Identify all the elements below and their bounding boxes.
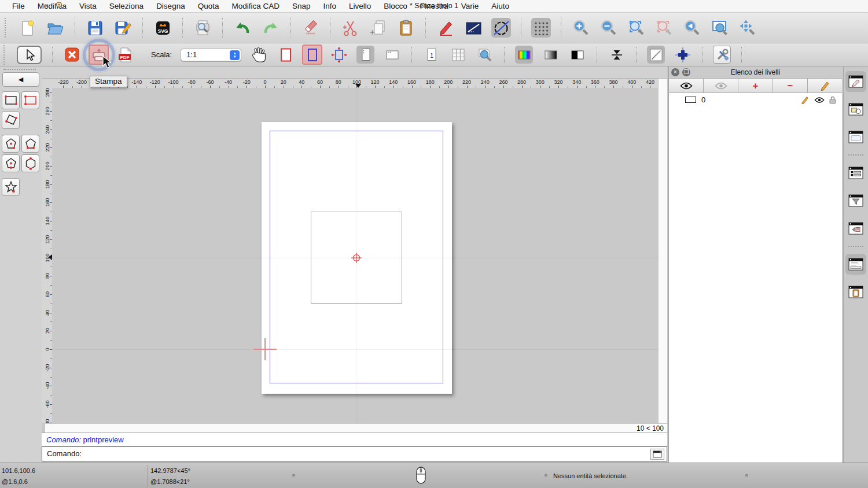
portrait-page-icon [358, 47, 374, 63]
grayscale-mode-button[interactable] [542, 46, 560, 64]
crop-marks-button[interactable] [608, 46, 626, 64]
toolbar-separator [636, 47, 637, 63]
zoom-window-button[interactable] [710, 18, 730, 38]
save-as-button[interactable] [113, 18, 133, 38]
absolute-polar-coordinates: 142.9787<45° [150, 467, 190, 474]
star-tool[interactable] [2, 178, 20, 196]
command-window-toggle-button[interactable] [650, 449, 664, 460]
remove-layer-button[interactable]: − [773, 79, 808, 93]
scale-select[interactable]: 1:1 ▲▼ [181, 49, 241, 61]
pan-hand-button[interactable] [250, 46, 268, 64]
rectangle-size-tool[interactable] [21, 91, 39, 109]
pencil-icon [820, 80, 830, 91]
selection-tool-button[interactable] [17, 46, 42, 64]
show-paper-borders-button[interactable] [303, 46, 321, 64]
open-file-button[interactable] [45, 18, 65, 38]
palette-back-button[interactable]: ◀ [2, 72, 39, 87]
block-list-panel-icon [848, 103, 863, 116]
layer-lock-icon[interactable] [829, 96, 836, 104]
polygon-two-corners-tool[interactable] [21, 135, 39, 153]
show-all-layers-button[interactable] [669, 79, 704, 93]
dock-property-editor-button[interactable] [845, 162, 866, 183]
grid-toggle-button[interactable] [531, 18, 551, 38]
zoom-to-page-button[interactable] [476, 46, 494, 64]
rectangle-two-corners-tool[interactable] [2, 91, 20, 109]
copy-button[interactable] [368, 18, 388, 38]
paste-button[interactable] [396, 18, 415, 38]
dock-clipboard-button[interactable] [845, 282, 866, 302]
new-document-button[interactable] [17, 18, 37, 38]
toolbar-drag-handle[interactable] [5, 18, 7, 38]
dock-library-browser-button[interactable] [845, 127, 866, 147]
portrait-orientation-button[interactable] [356, 46, 374, 64]
command-input[interactable]: Comando: [42, 446, 667, 461]
page-number-text: 1 [430, 51, 433, 58]
origin-axis-line [52, 349, 658, 350]
zoom-pan-button[interactable] [738, 18, 757, 38]
undo-button[interactable] [233, 18, 252, 38]
vertical-ruler: -80-60-40-200204060801001201401601802002… [42, 88, 52, 423]
palette-drag-handle[interactable] [3, 69, 36, 71]
zoom-previous-button[interactable] [682, 18, 702, 38]
line-attributes-button[interactable] [464, 18, 483, 38]
polygon-center-corner-tool[interactable] [2, 135, 20, 153]
ruler-label: 260 [495, 79, 512, 85]
dock-layer-list-button[interactable] [845, 71, 866, 92]
landscape-orientation-button[interactable] [383, 46, 401, 64]
stepper-icon[interactable]: ▲▼ [230, 50, 240, 60]
draft-mode-button[interactable] [491, 18, 511, 38]
drawing-borders-button[interactable] [277, 46, 295, 64]
layer-row[interactable]: 0 [669, 93, 842, 106]
zoom-out-button[interactable] [599, 18, 619, 38]
vertical-scrollbar[interactable] [658, 79, 667, 423]
horizontal-scrollbar[interactable]: 10 < 100 [45, 423, 667, 432]
dock-block-list-button[interactable] [845, 99, 866, 120]
developer-tools-button[interactable] [713, 46, 731, 64]
ruler-label: 160 [403, 79, 421, 85]
line-weight-preview-button[interactable] [647, 46, 665, 64]
hexagon-icon [23, 156, 38, 171]
save-button[interactable] [85, 18, 105, 38]
single-page-button[interactable]: 1 [422, 46, 440, 64]
close-print-preview-button[interactable] [63, 46, 81, 64]
layer-edit-pencil-icon[interactable] [801, 95, 810, 104]
pdf-export-button[interactable]: PDF [116, 46, 134, 64]
ruler-label: 400 [623, 79, 641, 85]
full-color-mode-button[interactable] [515, 46, 533, 64]
print-preview-button[interactable] [193, 18, 212, 38]
grid-spacing-info: 10 < 100 [637, 424, 667, 433]
back-arrow-icon: ◀ [19, 76, 23, 83]
dock-view-list-button[interactable] [845, 218, 866, 239]
dock-command-line-button[interactable] [845, 254, 866, 275]
zoom-pan-icon [738, 19, 757, 38]
zoom-selection-button[interactable] [654, 18, 674, 38]
polygon-two-sides-tool[interactable] [21, 154, 39, 172]
cut-button[interactable] [340, 18, 360, 38]
redo-button[interactable] [260, 18, 280, 38]
rectangle-rotated-tool[interactable] [2, 111, 20, 129]
dock-selection-filter-button[interactable] [845, 190, 866, 211]
print-preview-toolbar: Stampa PDF Scala: 1:1 ▲▼ 1 [0, 43, 868, 66]
add-layer-button[interactable]: + [738, 79, 773, 93]
black-white-mode-button[interactable] [568, 46, 586, 64]
polygon-center-side-tool[interactable] [2, 154, 20, 172]
multiple-pages-button[interactable] [449, 46, 467, 64]
drawing-canvas[interactable] [52, 88, 658, 423]
layer-visible-eye-icon[interactable] [814, 97, 825, 103]
delete-eraser-button[interactable] [300, 18, 320, 38]
relative-coordinates: @1.6,0.6 [2, 478, 28, 485]
zoom-auto-button[interactable] [627, 18, 646, 38]
print-button[interactable]: Stampa [90, 46, 108, 64]
ruler-label: -220 [54, 79, 72, 85]
svg-export-button[interactable]: SVG [153, 18, 172, 38]
ruler-label: 240 [476, 79, 494, 85]
crosshair-position-button[interactable] [674, 46, 692, 64]
toolbar-drag-handle[interactable] [3, 45, 6, 65]
auto-fit-drawing-button[interactable] [330, 46, 348, 64]
hide-all-layers-button[interactable] [704, 79, 738, 93]
zoom-in-button[interactable] [571, 18, 591, 38]
edit-layer-button[interactable] [808, 79, 842, 93]
ruler-label: 180 [421, 79, 439, 85]
relative-zero-marker [350, 252, 363, 264]
pen-attributes-button[interactable] [436, 18, 455, 38]
